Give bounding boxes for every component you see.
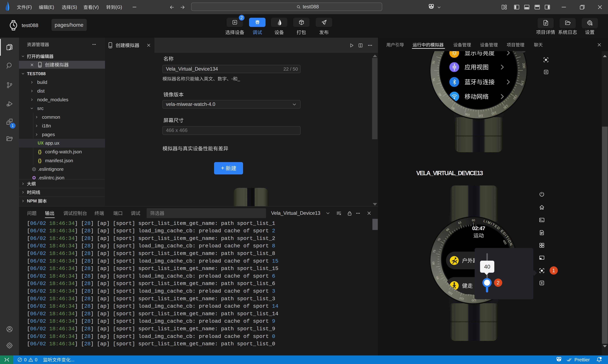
svg-text:63: 63 bbox=[458, 221, 462, 225]
svg-text:80: 80 bbox=[432, 261, 435, 265]
svg-text:100: 100 bbox=[448, 290, 453, 296]
svg-text:75: 75 bbox=[432, 78, 436, 82]
svg-text:70: 70 bbox=[432, 61, 436, 65]
svg-text:90: 90 bbox=[435, 276, 439, 280]
svg-text:120: 120 bbox=[472, 299, 476, 302]
svg-text:80: 80 bbox=[438, 92, 442, 97]
svg-text:75: 75 bbox=[433, 249, 436, 253]
svg-text:66: 66 bbox=[445, 227, 450, 232]
svg-text:LIMITED EDITION: LIMITED EDITION bbox=[483, 219, 514, 247]
svg-text:150: 150 bbox=[513, 94, 518, 100]
svg-text:90: 90 bbox=[451, 106, 455, 110]
svg-text:135: 135 bbox=[503, 104, 509, 110]
svg-text:100: 100 bbox=[465, 112, 470, 117]
svg-text:200: 200 bbox=[522, 63, 526, 68]
svg-text:02:47: 02:47 bbox=[472, 225, 485, 231]
svg-text:400: 400 bbox=[502, 239, 507, 245]
svg-text:120: 120 bbox=[491, 111, 497, 116]
svg-text:60: 60 bbox=[472, 219, 475, 222]
svg-text:110: 110 bbox=[478, 114, 483, 118]
svg-text:110: 110 bbox=[459, 296, 464, 301]
svg-text:170: 170 bbox=[520, 80, 525, 86]
